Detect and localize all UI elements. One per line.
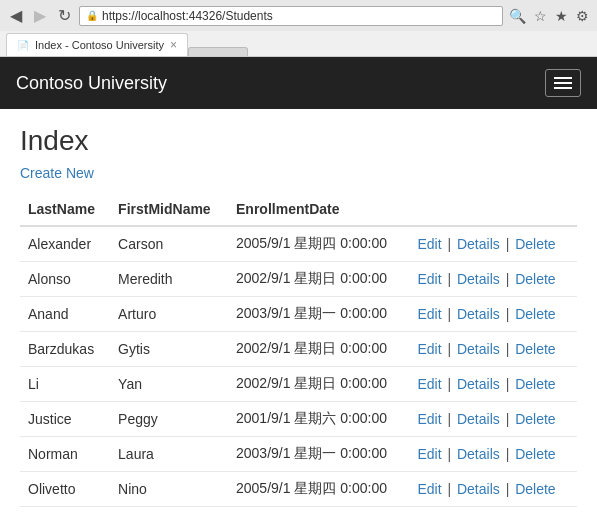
edit-link[interactable]: Edit: [417, 271, 441, 287]
edit-link[interactable]: Edit: [417, 446, 441, 462]
cell-firstname: Gytis: [110, 332, 228, 367]
hamburger-line-2: [554, 82, 572, 84]
cell-firstname: Carson: [110, 226, 228, 262]
cell-actions: Edit | Details | Delete: [409, 332, 577, 367]
cell-date: 2003/9/1 星期一 0:00:00: [228, 297, 409, 332]
cell-firstname: Laura: [110, 437, 228, 472]
hamburger-line-1: [554, 77, 572, 79]
navbar-toggle[interactable]: [545, 69, 581, 97]
details-link[interactable]: Details: [457, 446, 500, 462]
cell-actions: Edit | Details | Delete: [409, 437, 577, 472]
tab-close-button[interactable]: ×: [170, 38, 177, 52]
table-row: AlonsoMeredith2002/9/1 星期日 0:00:00Edit |…: [20, 262, 577, 297]
edit-link[interactable]: Edit: [417, 411, 441, 427]
cell-date: 2003/9/1 星期一 0:00:00: [228, 437, 409, 472]
header-row: LastName FirstMidName EnrollmentDate: [20, 193, 577, 226]
cell-lastname: Norman: [20, 437, 110, 472]
cell-actions: Edit | Details | Delete: [409, 226, 577, 262]
col-firstname: FirstMidName: [110, 193, 228, 226]
edit-link[interactable]: Edit: [417, 376, 441, 392]
separator: |: [444, 376, 455, 392]
tab-favicon: 📄: [17, 40, 29, 51]
navbar: Contoso University: [0, 57, 597, 109]
edit-link[interactable]: Edit: [417, 306, 441, 322]
cell-date: 2001/9/1 星期六 0:00:00: [228, 402, 409, 437]
delete-link[interactable]: Delete: [515, 481, 555, 497]
cell-date: 2002/9/1 星期日 0:00:00: [228, 367, 409, 402]
cell-lastname: Li: [20, 367, 110, 402]
navbar-brand: Contoso University: [16, 73, 167, 94]
settings-icon[interactable]: ⚙: [574, 6, 591, 26]
table-row: BarzdukasGytis2002/9/1 星期日 0:00:00Edit |…: [20, 332, 577, 367]
details-link[interactable]: Details: [457, 376, 500, 392]
cell-lastname: Barzdukas: [20, 332, 110, 367]
table-header: LastName FirstMidName EnrollmentDate: [20, 193, 577, 226]
separator: |: [502, 376, 513, 392]
create-new-link[interactable]: Create New: [20, 165, 94, 181]
cell-firstname: Yan: [110, 367, 228, 402]
cell-date: 2002/9/1 星期日 0:00:00: [228, 262, 409, 297]
separator: |: [444, 411, 455, 427]
separator: |: [444, 306, 455, 322]
cell-actions: Edit | Details | Delete: [409, 402, 577, 437]
table-row: JusticePeggy2001/9/1 星期六 0:00:00Edit | D…: [20, 402, 577, 437]
cell-firstname: Arturo: [110, 297, 228, 332]
edit-link[interactable]: Edit: [417, 236, 441, 252]
separator: |: [444, 271, 455, 287]
forward-button[interactable]: ▶: [30, 4, 50, 27]
col-enrollmentdate: EnrollmentDate: [228, 193, 409, 226]
cell-lastname: Olivetto: [20, 472, 110, 507]
address-bar[interactable]: 🔒 https://localhost:44326/Students: [79, 6, 503, 26]
cell-actions: Edit | Details | Delete: [409, 367, 577, 402]
table-body: AlexanderCarson2005/9/1 星期四 0:00:00Edit …: [20, 226, 577, 507]
cell-date: 2002/9/1 星期日 0:00:00: [228, 332, 409, 367]
cell-lastname: Justice: [20, 402, 110, 437]
separator: |: [502, 236, 513, 252]
cell-lastname: Alexander: [20, 226, 110, 262]
col-actions: [409, 193, 577, 226]
table-row: AnandArturo2003/9/1 星期一 0:00:00Edit | De…: [20, 297, 577, 332]
cell-date: 2005/9/1 星期四 0:00:00: [228, 472, 409, 507]
inactive-tab[interactable]: [188, 47, 248, 56]
details-link[interactable]: Details: [457, 481, 500, 497]
col-lastname: LastName: [20, 193, 110, 226]
delete-link[interactable]: Delete: [515, 411, 555, 427]
delete-link[interactable]: Delete: [515, 306, 555, 322]
delete-link[interactable]: Delete: [515, 446, 555, 462]
hamburger-line-3: [554, 87, 572, 89]
delete-link[interactable]: Delete: [515, 376, 555, 392]
active-tab[interactable]: 📄 Index - Contoso University ×: [6, 33, 188, 56]
delete-link[interactable]: Delete: [515, 236, 555, 252]
back-button[interactable]: ◀: [6, 4, 26, 27]
cell-firstname: Meredith: [110, 262, 228, 297]
browser-chrome: ◀ ▶ ↻ 🔒 https://localhost:44326/Students…: [0, 0, 597, 57]
details-link[interactable]: Details: [457, 306, 500, 322]
cell-date: 2005/9/1 星期四 0:00:00: [228, 226, 409, 262]
separator: |: [502, 481, 513, 497]
star-icon[interactable]: ☆: [532, 6, 549, 26]
cell-lastname: Anand: [20, 297, 110, 332]
details-link[interactable]: Details: [457, 271, 500, 287]
delete-link[interactable]: Delete: [515, 341, 555, 357]
separator: |: [444, 446, 455, 462]
edit-link[interactable]: Edit: [417, 481, 441, 497]
star-filled-icon[interactable]: ★: [553, 6, 570, 26]
cell-firstname: Nino: [110, 472, 228, 507]
table-row: AlexanderCarson2005/9/1 星期四 0:00:00Edit …: [20, 226, 577, 262]
separator: |: [502, 446, 513, 462]
cell-lastname: Alonso: [20, 262, 110, 297]
cell-actions: Edit | Details | Delete: [409, 262, 577, 297]
details-link[interactable]: Details: [457, 236, 500, 252]
cell-actions: Edit | Details | Delete: [409, 472, 577, 507]
refresh-button[interactable]: ↻: [54, 4, 75, 27]
edit-link[interactable]: Edit: [417, 341, 441, 357]
page-title: Index: [20, 125, 577, 157]
details-link[interactable]: Details: [457, 411, 500, 427]
separator: |: [444, 481, 455, 497]
cell-actions: Edit | Details | Delete: [409, 297, 577, 332]
students-table: LastName FirstMidName EnrollmentDate Ale…: [20, 193, 577, 507]
page-content: Index Create New LastName FirstMidName E…: [0, 109, 597, 523]
search-icon[interactable]: 🔍: [507, 6, 528, 26]
details-link[interactable]: Details: [457, 341, 500, 357]
delete-link[interactable]: Delete: [515, 271, 555, 287]
